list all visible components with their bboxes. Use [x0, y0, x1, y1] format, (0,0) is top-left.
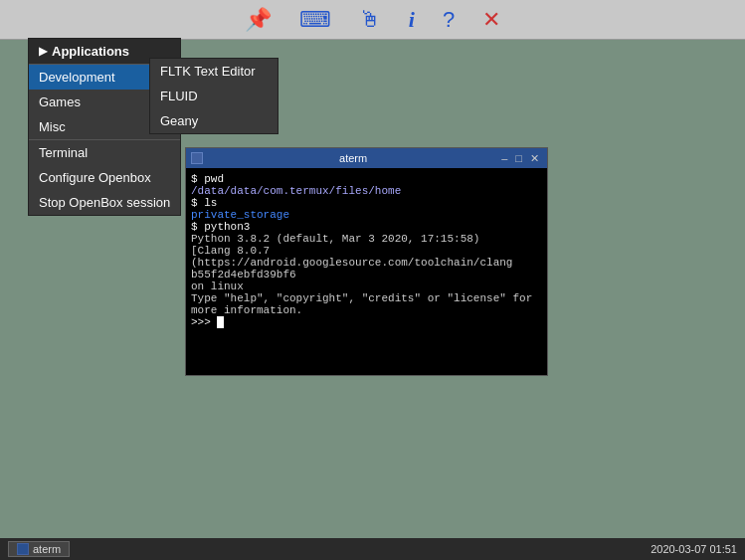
- terminal-line-2: /data/data/com.termux/files/home: [191, 185, 542, 197]
- terminal-line-1: $ pwd: [191, 173, 542, 185]
- terminal-line-6: Python 3.8.2 (default, Mar 3 2020, 17:15…: [191, 233, 542, 245]
- terminal-line-9: Type "help", "copyright", "credits" or "…: [191, 292, 542, 316]
- terminal-body[interactable]: $ pwd /data/data/com.termux/files/home $…: [186, 168, 547, 375]
- menu-item-label: Stop OpenBox session: [39, 195, 170, 210]
- pin-icon[interactable]: 📌: [245, 7, 272, 33]
- minimize-button[interactable]: –: [498, 152, 510, 165]
- terminal-window: aterm – □ ✕ $ pwd /data/data/com.termux/…: [185, 147, 548, 376]
- close-button[interactable]: ✕: [527, 152, 542, 165]
- submenu-item-fluid[interactable]: FLUID: [150, 84, 278, 108]
- taskbar-aterm-button[interactable]: aterm: [8, 541, 70, 557]
- submenu-item-fltk[interactable]: FLTK Text Editor: [150, 59, 278, 84]
- submenu-item-label: FLUID: [160, 89, 198, 103]
- aterm-icon: [17, 543, 29, 555]
- menu-item-configure[interactable]: Configure Openbox: [29, 165, 180, 190]
- terminal-line-5: $ python3: [191, 221, 542, 233]
- top-icons-group: 📌 ⌨ 🖱 i ? ✕: [245, 7, 500, 33]
- terminal-line-7: [Clang 8.0.7 (https://android.googlesour…: [191, 245, 542, 280]
- maximize-button[interactable]: □: [512, 152, 525, 165]
- menu-item-label: Configure Openbox: [39, 170, 151, 185]
- terminal-icon: [191, 152, 203, 164]
- terminal-controls: – □ ✕: [498, 152, 542, 165]
- terminal-line-3: $ ls: [191, 197, 542, 209]
- keyboard-icon[interactable]: ⌨: [299, 7, 331, 33]
- taskbar-app-label: aterm: [33, 543, 61, 555]
- terminal-line-10: >>>: [191, 316, 542, 328]
- menu-item-stop-session[interactable]: Stop OpenBox session: [29, 190, 180, 215]
- taskbar-top: 📌 ⌨ 🖱 i ? ✕: [0, 0, 745, 40]
- mouse-icon[interactable]: 🖱: [359, 7, 381, 33]
- terminal-titlebar: aterm – □ ✕: [186, 148, 547, 168]
- submenu-item-geany[interactable]: Geany: [150, 108, 278, 133]
- menu-cursor: ▶: [39, 45, 47, 58]
- submenu-item-label: Geany: [160, 113, 198, 128]
- taskbar-clock: 2020-03-07 01:51: [651, 543, 737, 555]
- terminal-line-8: on linux: [191, 280, 542, 292]
- development-submenu: FLTK Text Editor FLUID Geany: [149, 58, 279, 134]
- menu-item-label: Games: [39, 94, 81, 109]
- taskbar-bottom-left: aterm: [8, 541, 70, 557]
- submenu-item-label: FLTK Text Editor: [160, 64, 256, 79]
- menu-item-label: Terminal: [39, 145, 88, 160]
- help-icon[interactable]: ?: [443, 7, 455, 33]
- close-icon[interactable]: ✕: [482, 7, 500, 33]
- terminal-title: aterm: [208, 152, 498, 164]
- info-icon[interactable]: i: [409, 7, 415, 33]
- menu-item-label: Development: [39, 70, 115, 85]
- terminal-line-4: private_storage: [191, 209, 542, 221]
- terminal-cursor: [217, 316, 224, 328]
- menu-title: Applications: [52, 44, 129, 59]
- menu-item-terminal[interactable]: Terminal: [29, 140, 180, 165]
- menu-item-label: Misc: [39, 119, 66, 134]
- taskbar-bottom: aterm 2020-03-07 01:51: [0, 538, 745, 560]
